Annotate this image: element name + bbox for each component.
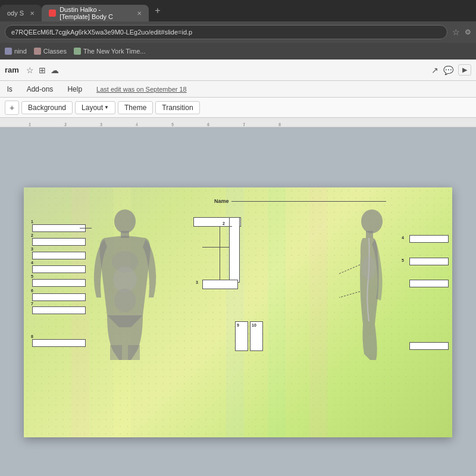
browser-chrome: ody S ✕ Dustin Halko - [Template] Body C…: [0, 0, 476, 60]
t-junction-h: [208, 226, 232, 227]
label-box-4-container: 4: [32, 265, 86, 273]
bookmark-mind-label: nind: [14, 48, 27, 55]
label-box-1-container: 1: [32, 224, 86, 232]
menu-ls[interactable]: ls: [5, 84, 15, 95]
bookmark-classes[interactable]: Classes: [34, 48, 67, 55]
label-box-7-container: 7: [32, 306, 86, 314]
menu-addons[interactable]: Add-ons: [24, 84, 56, 95]
label-box-3-container: 3: [32, 252, 86, 259]
label-box-7[interactable]: [32, 306, 86, 314]
tab-bar: ody S ✕ Dustin Halko - [Template] Body C…: [0, 0, 476, 21]
spine-box-vertical[interactable]: 2: [229, 217, 240, 283]
spine-connector-h: [202, 247, 229, 248]
tab-1[interactable]: ody S ✕: [0, 5, 42, 21]
label-box-5-container: 5: [32, 279, 86, 287]
bookmarks-bar: nind Classes The New York Time...: [0, 43, 476, 60]
label-box-6[interactable]: [32, 293, 86, 301]
bookmark-classes-label: Classes: [43, 48, 67, 55]
num-2: 2: [31, 233, 33, 237]
settings-icon[interactable]: ⚙: [465, 28, 471, 36]
bookmark-mind[interactable]: nind: [5, 48, 27, 55]
ruler-marks: 1 2 3 4 5 6 7 8: [0, 118, 476, 127]
star-toolbar-icon[interactable]: ☆: [26, 65, 34, 75]
num-6: 6: [31, 289, 33, 293]
bookmark-nyt[interactable]: The New York Time...: [74, 48, 146, 55]
body-side-svg: [339, 208, 399, 363]
right-label-4[interactable]: [409, 342, 449, 350]
ruler-mark-1: 1: [12, 123, 48, 127]
new-tab-button[interactable]: +: [149, 0, 166, 21]
cloud-toolbar-icon[interactable]: ☁: [51, 65, 59, 75]
num-4: 4: [31, 261, 33, 265]
ruler-mark-5: 5: [155, 123, 190, 127]
toolbar-icons: ☆ ⊞ ☁: [26, 65, 59, 75]
slide-area: Name: [0, 127, 476, 476]
num-3: 3: [31, 247, 33, 251]
menu-help[interactable]: Help: [65, 84, 84, 95]
spine-box-small-1[interactable]: 9: [235, 321, 248, 351]
theme-button[interactable]: Theme: [118, 101, 153, 114]
t-junction-v: [220, 226, 220, 280]
mind-icon: [5, 48, 12, 55]
address-input[interactable]: [5, 25, 447, 39]
app-toolbar: ram ☆ ⊞ ☁ ↗ 💬 ▶: [0, 60, 476, 81]
svg-line-10: [339, 265, 360, 274]
tab-2-icon: [49, 10, 56, 17]
svg-rect-3: [128, 345, 140, 360]
spine-num-3: 3: [196, 280, 198, 284]
present-icon[interactable]: ▶: [458, 64, 471, 76]
trend-icon[interactable]: ↗: [431, 65, 439, 75]
right-num-4: 4: [402, 236, 404, 240]
num-7: 7: [31, 302, 33, 306]
classes-icon: [34, 48, 41, 55]
tab-1-label: ody S: [7, 10, 24, 17]
right-label-3[interactable]: [409, 280, 449, 287]
right-label-1[interactable]: 4: [409, 235, 449, 243]
name-line: [231, 201, 386, 202]
label-box-4[interactable]: [32, 265, 86, 273]
body-side-diagram: [339, 208, 399, 363]
label-box-1[interactable]: [32, 224, 86, 232]
comment-icon[interactable]: 💬: [443, 65, 453, 75]
add-slide-button[interactable]: +: [5, 101, 19, 115]
label-box-2[interactable]: [32, 238, 86, 246]
name-field: Name: [214, 198, 386, 204]
label-box-5[interactable]: [32, 279, 86, 287]
spine-num-9: 9: [237, 323, 239, 327]
svg-line-11: [339, 292, 360, 298]
right-label-2[interactable]: 5: [409, 258, 449, 265]
num-8: 8: [31, 334, 33, 339]
last-edit-label: Last edit was on September 18: [96, 86, 187, 93]
layout-chevron-icon: ▼: [104, 105, 109, 110]
svg-rect-2: [110, 345, 122, 360]
label-box-8-container: 8: [32, 339, 86, 347]
connector-1: [80, 228, 92, 228]
label-box-3[interactable]: [32, 252, 86, 259]
nyt-icon: [74, 48, 81, 55]
tab-2[interactable]: Dustin Halko - [Template] Body C ✕: [42, 5, 149, 21]
tab-2-label: Dustin Halko - [Template] Body C: [60, 6, 131, 20]
svg-point-9: [362, 256, 376, 280]
star-icon[interactable]: ☆: [452, 27, 460, 37]
bookmark-nyt-label: The New York Time...: [83, 48, 146, 55]
background-button[interactable]: Background: [21, 101, 73, 114]
right-icons: ↗ 💬 ▶: [431, 64, 471, 76]
label-box-2-container: 2: [32, 238, 86, 246]
spine-box-small-2[interactable]: 10: [250, 321, 263, 351]
slide-canvas[interactable]: Name: [24, 187, 452, 437]
ruler-mark-4: 4: [119, 123, 155, 127]
right-num-5: 5: [402, 258, 404, 262]
ruler: 1 2 3 4 5 6 7 8: [0, 118, 476, 127]
menu-bar: ls Add-ons Help Last edit was on Septemb…: [0, 81, 476, 98]
spine-box-bottom[interactable]: 3: [202, 280, 238, 289]
layout-button[interactable]: Layout ▼: [75, 101, 115, 114]
tab-2-close[interactable]: ✕: [137, 10, 142, 17]
tab-1-close[interactable]: ✕: [30, 10, 35, 17]
transition-button[interactable]: Transition: [155, 101, 199, 114]
spine-num-2: 2: [223, 221, 225, 226]
label-box-8[interactable]: [32, 339, 86, 347]
spine-num-10: 10: [252, 323, 256, 327]
ruler-mark-7: 7: [226, 123, 262, 127]
grid-toolbar-icon[interactable]: ⊞: [39, 65, 46, 75]
body-front-diagram: [89, 208, 161, 363]
